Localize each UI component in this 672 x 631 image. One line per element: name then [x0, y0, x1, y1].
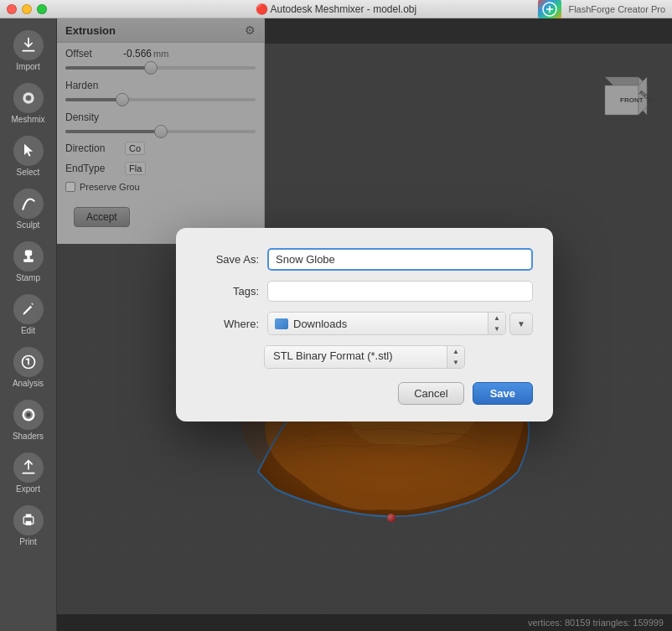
- save-as-input[interactable]: [267, 248, 533, 271]
- sidebar-item-select[interactable]: Select: [2, 131, 55, 182]
- where-spinner-up[interactable]: ▲: [488, 313, 505, 323]
- sidebar-item-print[interactable]: Print: [2, 500, 55, 551]
- dialog-overlay: Save As: Tags: Where: Download: [57, 18, 672, 631]
- sidebar-label-shaders: Shaders: [13, 432, 44, 441]
- svg-rect-5: [23, 259, 34, 261]
- cancel-button[interactable]: Cancel: [398, 382, 463, 405]
- where-select-inner[interactable]: Downloads: [268, 313, 488, 334]
- maximize-button[interactable]: [37, 4, 47, 14]
- sidebar-item-sculpt[interactable]: Sculpt: [2, 184, 55, 235]
- format-row: STL Binary Format (*.stl) ▲ ▼: [196, 345, 533, 369]
- minimize-button[interactable]: [22, 4, 32, 14]
- sidebar-label-analysis: Analysis: [13, 379, 44, 388]
- sculpt-icon: [13, 189, 44, 219]
- sidebar-label-edit: Edit: [21, 326, 35, 335]
- svg-point-8: [27, 358, 29, 360]
- traffic-lights: [7, 4, 47, 14]
- app-icon: 🔴: [256, 3, 271, 15]
- sidebar-item-analysis[interactable]: Analysis: [2, 342, 55, 393]
- svg-marker-3: [24, 144, 33, 157]
- print-icon: [13, 505, 44, 535]
- sidebar-label-sculpt: Sculpt: [17, 220, 40, 230]
- sidebar-label-export: Export: [16, 484, 40, 494]
- where-value: Downloads: [293, 318, 347, 330]
- format-spinner-down[interactable]: ▼: [447, 357, 464, 368]
- shaders-icon: [13, 400, 44, 430]
- folder-icon: [275, 318, 288, 329]
- edit-icon: [13, 294, 44, 324]
- save-dialog: Save As: Tags: Where: Download: [176, 228, 553, 422]
- sidebar-item-import[interactable]: Import: [2, 25, 55, 76]
- window-title: 🔴 Autodesk Meshmixer - model.obj: [256, 3, 416, 15]
- format-spinners: ▲ ▼: [447, 346, 464, 368]
- export-icon: [13, 453, 44, 483]
- svg-point-11: [26, 413, 30, 417]
- flashforge-logo: [538, 0, 561, 21]
- title-bar: 🔴 Autodesk Meshmixer - model.obj FlashFo…: [0, 0, 672, 18]
- svg-rect-14: [25, 521, 31, 525]
- where-spinners: ▲ ▼: [488, 313, 505, 334]
- format-spinner-up[interactable]: ▲: [447, 346, 464, 357]
- sidebar-item-edit[interactable]: Edit: [2, 289, 55, 340]
- select-icon: [13, 136, 44, 166]
- where-select-wrap: Downloads ▲ ▼ ▼: [267, 312, 533, 335]
- sidebar-item-stamp[interactable]: Stamp: [2, 236, 55, 287]
- tags-input[interactable]: [267, 281, 533, 302]
- sidebar-label-import: Import: [16, 62, 39, 71]
- svg-rect-13: [25, 515, 31, 517]
- where-row: Where: Downloads ▲ ▼ ▼: [196, 312, 533, 335]
- flashforge-label: FlashForge Creator Pro: [568, 4, 665, 14]
- sidebar-label-select: Select: [17, 168, 40, 177]
- sidebar-item-export[interactable]: Export: [2, 447, 55, 499]
- save-as-row: Save As:: [196, 248, 533, 271]
- stamp-icon: [13, 241, 44, 272]
- where-label: Where:: [196, 318, 259, 330]
- flashforge-badge: FlashForge Creator Pro: [538, 0, 665, 21]
- sidebar: Import Meshmix Select Sculpt: [0, 18, 57, 631]
- where-select-container: Downloads ▲ ▼: [267, 312, 506, 335]
- tags-row: Tags:: [196, 281, 533, 302]
- tags-label: Tags:: [196, 285, 259, 297]
- meshmix-icon: [13, 83, 44, 113]
- main-area: Import Meshmix Select Sculpt: [0, 18, 672, 631]
- where-expand-button[interactable]: ▼: [509, 313, 533, 335]
- format-select-container: STL Binary Format (*.stl) ▲ ▼: [264, 345, 465, 369]
- close-button[interactable]: [7, 4, 17, 14]
- sidebar-label-meshmix: Meshmix: [11, 115, 44, 124]
- sidebar-label-print: Print: [19, 537, 37, 546]
- content-area: FlashForge Creator Pro FRONT RIGHT: [57, 18, 672, 631]
- import-icon: [13, 30, 44, 60]
- save-button[interactable]: Save: [473, 382, 533, 405]
- sidebar-item-shaders[interactable]: Shaders: [2, 395, 55, 446]
- dialog-buttons: Cancel Save: [196, 382, 533, 405]
- save-as-label: Save As:: [196, 253, 259, 266]
- svg-rect-4: [24, 251, 31, 256]
- sidebar-label-stamp: Stamp: [16, 273, 40, 282]
- svg-point-2: [25, 96, 31, 101]
- where-spinner-down[interactable]: ▼: [488, 323, 505, 334]
- svg-rect-6: [27, 256, 29, 259]
- format-select-value[interactable]: STL Binary Format (*.stl): [265, 346, 447, 368]
- sidebar-item-meshmix[interactable]: Meshmix: [2, 78, 55, 129]
- analysis-icon: [13, 347, 44, 377]
